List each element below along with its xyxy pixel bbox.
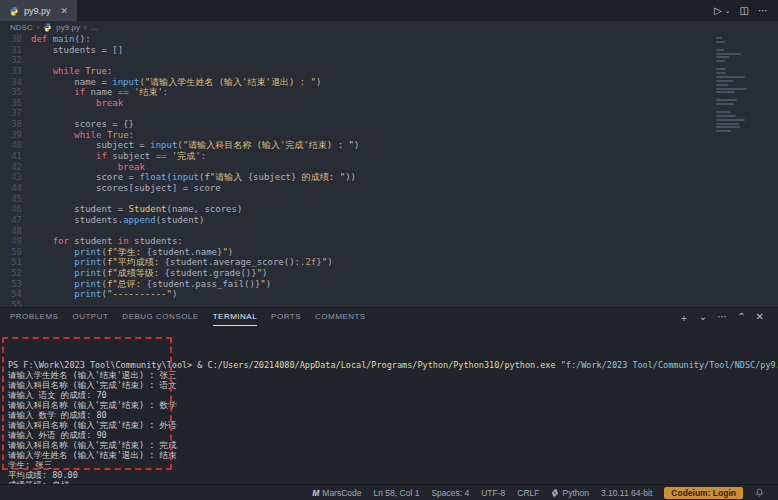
bottom-panel: PROBLEMSOUTPUTDEBUG CONSOLETERMINALPORTS… — [0, 307, 778, 484]
terminal-profile-dropdown[interactable]: ⌄ — [699, 311, 707, 325]
code-line[interactable]: 44 scores[subject] = score — [0, 183, 778, 194]
terminal-line[interactable]: 请输入 外语 的成绩: 90 — [8, 430, 778, 440]
code-line[interactable]: 52 print(f"成绩等级: {student.grade()}") — [0, 268, 778, 279]
code-line[interactable]: 50 print(f"学生: {student.name}") — [0, 247, 778, 258]
line-number: 41 — [0, 151, 31, 162]
cursor-position-label: Ln 58, Col 1 — [374, 488, 420, 498]
code-line[interactable]: 35 if name == '结束': — [0, 87, 778, 98]
code-line[interactable]: 43 score = float(input(f"请输入 {subject} 的… — [0, 172, 778, 183]
line-number: 34 — [0, 77, 31, 88]
code-line[interactable]: 37 — [0, 108, 778, 119]
line-number: 40 — [0, 140, 31, 151]
code-line[interactable]: 48 — [0, 226, 778, 237]
line-number: 37 — [0, 108, 31, 119]
vscode-window: py9.py ✕ ▷⌄◫⋯ NDSC › py9.py › … 30def ma… — [0, 0, 778, 500]
terminal-output[interactable]: PS F:\Work\2023 Tool\Community\Tool> & C… — [0, 327, 778, 484]
code-line[interactable]: 41 if subject == '完成': — [0, 151, 778, 162]
code-line[interactable]: 33 while True: — [0, 66, 778, 77]
code-editor[interactable]: 30def main():31 students = []3233 while … — [0, 34, 778, 307]
breadcrumb-file[interactable]: py9.py — [56, 23, 80, 32]
language-mode-python[interactable]: Python — [545, 488, 594, 498]
python-interpreter[interactable]: 3.10.11 64-bit — [595, 488, 658, 498]
indentation[interactable]: Spaces: 4 — [425, 488, 475, 498]
code-line[interactable]: 30def main(): — [0, 34, 778, 45]
code-line[interactable]: 36 break — [0, 98, 778, 109]
terminal-line[interactable]: 请输入科目名称 (输入'完成'结束) : 语文 — [8, 380, 778, 390]
code-line[interactable]: 32 — [0, 55, 778, 66]
tab-bar-empty-space — [77, 0, 714, 21]
breadcrumb-symbol[interactable]: … — [91, 23, 99, 32]
terminal-line[interactable]: 请输入科目名称 (输入'完成'结束) : 数学 — [8, 400, 778, 410]
more-actions-button[interactable]: ⋯ — [758, 5, 768, 16]
line-number: 54 — [0, 289, 31, 300]
line-number: 52 — [0, 268, 31, 279]
codeium-login-label: Codeium: Login — [664, 487, 743, 499]
minimap[interactable] — [716, 37, 764, 138]
panel-tab-debug-console[interactable]: DEBUG CONSOLE — [122, 309, 198, 326]
new-terminal-button[interactable]: ＋ — [679, 311, 689, 325]
close-panel-button[interactable]: ✕ — [756, 311, 764, 325]
terminal-line[interactable]: 请输入 语文 的成绩: 70 — [8, 390, 778, 400]
terminal-line[interactable]: 平均成绩: 80.00 — [8, 470, 778, 480]
panel-tab-output[interactable]: OUTPUT — [72, 309, 108, 326]
terminal-line[interactable]: 学生: 张三 — [8, 460, 778, 470]
codeium-login[interactable]: Codeium: Login — [658, 487, 749, 499]
split-editor-button[interactable]: ◫ — [740, 5, 749, 16]
python-icon — [551, 489, 559, 497]
terminal-line[interactable]: 请输入学生姓名 (输入'结束'退出) : 张三 — [8, 370, 778, 380]
panel-tab-ports[interactable]: PORTS — [271, 309, 301, 326]
code-line[interactable]: 31 students = [] — [0, 45, 778, 56]
eol-sequence-label: CRLF — [517, 488, 539, 498]
panel-tab-problems[interactable]: PROBLEMS — [10, 309, 58, 326]
terminal-more-button[interactable]: ⋯ — [717, 311, 727, 325]
chevron-right-icon: › — [84, 23, 87, 32]
code-line[interactable]: 34 name = input("请输入学生姓名 (输入'结束'退出) : ") — [0, 77, 778, 88]
terminal-line[interactable]: 请输入科目名称 (输入'完成'结束) : 外语 — [8, 420, 778, 430]
tab-label: py9.py — [24, 6, 51, 16]
terminal-line[interactable]: 成绩等级: 良好 — [8, 480, 778, 484]
marscode-icon: M — [312, 488, 319, 498]
terminal-line[interactable]: 请输入 数学 的成绩: 80 — [8, 410, 778, 420]
run-button[interactable]: ▷ — [714, 5, 722, 16]
encoding-label: UTF-8 — [481, 488, 505, 498]
breadcrumb[interactable]: NDSC › py9.py › … — [0, 21, 778, 34]
terminal-line[interactable]: 请输入学生姓名 (输入'结束'退出) : 结束 — [8, 450, 778, 460]
code-line[interactable]: 47 students.append(student) — [0, 215, 778, 226]
notifications[interactable] — [749, 488, 770, 497]
breadcrumb-folder[interactable]: NDSC — [10, 23, 33, 32]
line-number: 49 — [0, 236, 31, 247]
terminal-line[interactable]: PS F:\Work\2023 Tool\Community\Tool> & C… — [8, 360, 778, 370]
run-dropdown[interactable]: ⌄ — [725, 7, 731, 15]
panel-tab-comments[interactable]: COMMENTS — [315, 309, 366, 326]
python-file-icon — [9, 6, 19, 16]
panel-header: PROBLEMSOUTPUTDEBUG CONSOLETERMINALPORTS… — [0, 308, 778, 327]
code-line[interactable]: 45 — [0, 194, 778, 205]
terminal-line[interactable]: 请输入科目名称 (输入'完成'结束) : 完成 — [8, 440, 778, 450]
code-line[interactable]: 42 break — [0, 162, 778, 173]
panel-tab-terminal[interactable]: TERMINAL — [213, 309, 257, 326]
code-line[interactable]: 39 while True: — [0, 130, 778, 141]
line-number: 48 — [0, 226, 31, 237]
editor-tab-bar: py9.py ✕ ▷⌄◫⋯ — [0, 0, 778, 21]
bell-icon — [755, 488, 764, 497]
maximize-panel-button[interactable]: ⌃ — [737, 311, 745, 325]
indentation-label: Spaces: 4 — [431, 488, 469, 498]
cursor-position[interactable]: Ln 58, Col 1 — [368, 488, 426, 498]
panel-body: PS F:\Work\2023 Tool\Community\Tool> & C… — [0, 327, 778, 484]
code-line[interactable]: 51 print(f"平均成绩: {student.average_score(… — [0, 257, 778, 268]
code-line[interactable]: 38 scores = {} — [0, 119, 778, 130]
close-icon[interactable]: ✕ — [61, 6, 69, 16]
eol-sequence[interactable]: CRLF — [511, 488, 545, 498]
code-line[interactable]: 54 print("----------") — [0, 289, 778, 300]
line-number: 47 — [0, 215, 31, 226]
code-line[interactable]: 49 for student in students: — [0, 236, 778, 247]
marscode-status[interactable]: MMarsCode — [306, 488, 367, 498]
code-line[interactable]: 46 student = Student(name, scores) — [0, 204, 778, 215]
encoding[interactable]: UTF-8 — [475, 488, 511, 498]
code-line[interactable]: 55 — [0, 300, 778, 307]
tab-py9[interactable]: py9.py ✕ — [0, 0, 77, 21]
language-mode-python-label: Python — [562, 488, 588, 498]
line-number: 44 — [0, 183, 31, 194]
code-line[interactable]: 40 subject = input("请输入科目名称 (输入'完成'结束) :… — [0, 140, 778, 151]
code-line[interactable]: 53 print(f"总评: {student.pass_fail()}") — [0, 279, 778, 290]
